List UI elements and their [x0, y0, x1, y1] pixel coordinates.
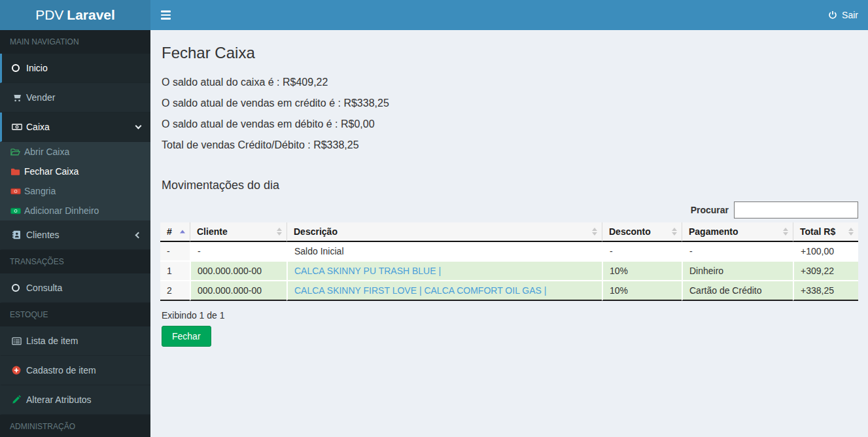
cell-cliente: - [190, 242, 286, 262]
top-bar: PDV Laravel Sair [0, 0, 868, 30]
cell-num: 2 [160, 281, 190, 301]
page-title: Fechar Caixa [162, 44, 858, 62]
cell-pagamento: Dinheiro [682, 262, 793, 281]
sidebar-toggle-button[interactable] [150, 0, 181, 30]
search-input[interactable] [734, 201, 858, 218]
column-header-pagamento[interactable]: Pagamento [682, 222, 793, 242]
chevron-left-icon [135, 232, 142, 238]
sidebar-section-administracao: ADMINISTRAÇÃO [0, 415, 150, 437]
cell-pagamento: Cartão de Crédito [682, 281, 793, 301]
product-link[interactable]: CALCA SKINNY PU TRASH BLUE | [294, 266, 441, 276]
sort-icon [277, 228, 282, 236]
movements-title: Movimentações do dia [162, 179, 858, 192]
sidebar-section-transacoes: TRANSAÇÕES [0, 250, 150, 273]
table-row: 2 000.000.000-00 CALCA SKINNY FIRST LOVE… [160, 281, 858, 301]
table-header-row: # Cliente Descrição Desconto [160, 222, 858, 242]
sort-icon [783, 228, 788, 236]
folder-open-icon [10, 148, 24, 156]
cell-num: - [160, 242, 190, 262]
money-in-icon [10, 207, 24, 215]
brand-pre: PDV [35, 7, 63, 23]
shopping-cart-icon [12, 93, 26, 102]
navbar: Sair [150, 0, 868, 30]
cell-total: +309,22 [793, 262, 858, 281]
sidebar: MAIN NAVIGATION Inicio Vender [0, 30, 150, 437]
column-header-desconto[interactable]: Desconto [602, 222, 682, 242]
movements-table: # Cliente Descrição Desconto [160, 222, 858, 301]
cell-desconto: 10% [602, 262, 682, 281]
cell-num: 1 [160, 262, 190, 281]
sidebar-item-adicionar-dinheiro[interactable]: Adicionar Dinheiro [0, 201, 150, 220]
table-info: Exibindo 1 de 1 [162, 310, 858, 321]
table-row: 1 000.000.000-00 CALCA SKINNY PU TRASH B… [160, 262, 858, 281]
saldo-debito-text: O saldo atual de vendas em débito é : R$… [162, 118, 858, 130]
sort-asc-icon [180, 230, 185, 234]
money-icon [12, 123, 26, 131]
power-icon [828, 10, 837, 20]
sidebar-item-abrir-caixa[interactable]: Abrir Caixa [0, 142, 150, 162]
cell-descricao: CALCA SKINNY PU TRASH BLUE | [286, 262, 602, 281]
main-content: Fechar Caixa O saldo atual do caixa é : … [150, 30, 868, 437]
sidebar-item-vender[interactable]: Vender [0, 83, 150, 113]
sidebar-item-caixa[interactable]: Caixa [0, 113, 150, 142]
fechar-caixa-button[interactable]: Fechar [162, 326, 211, 347]
folder-icon [10, 167, 24, 176]
table-search: Procurar [160, 201, 858, 218]
cell-desconto: 10% [602, 281, 682, 301]
sidebar-item-consulta[interactable]: Consulta [0, 273, 150, 303]
sidebar-item-inicio[interactable]: Inicio [0, 54, 150, 83]
cell-cliente: 000.000.000-00 [190, 281, 286, 301]
circle-icon [12, 284, 26, 292]
sort-icon [848, 228, 854, 236]
sidebar-item-fechar-caixa[interactable]: Fechar Caixa [0, 162, 150, 181]
sidebar-item-clientes[interactable]: Clientes [0, 220, 150, 250]
caixa-submenu: Abrir Caixa Fechar Caixa Sangria [0, 142, 150, 220]
sidebar-item-lista-de-item[interactable]: Lista de item [0, 326, 150, 356]
product-link[interactable]: CALCA SKINNY FIRST LOVE | CALCA COMFORT … [294, 285, 546, 296]
column-header-num[interactable]: # [160, 222, 190, 242]
column-header-descricao[interactable]: Descrição [286, 222, 602, 242]
sort-icon [672, 228, 677, 236]
sidebar-section-main: MAIN NAVIGATION [0, 30, 150, 54]
plus-circle-icon [12, 366, 26, 375]
total-vendas-text: Total de vendas Crédito/Débito : R$338,2… [162, 139, 858, 151]
cell-desconto: - [602, 242, 682, 262]
saldo-caixa-text: O saldo atual do caixa é : R$409,22 [162, 77, 858, 88]
column-header-total[interactable]: Total R$ [793, 222, 858, 242]
sort-icon [592, 228, 597, 236]
circle-icon [12, 64, 26, 72]
chevron-down-icon [135, 123, 142, 130]
search-label: Procurar [691, 205, 729, 215]
pencil-icon [12, 395, 26, 404]
app-logo[interactable]: PDV Laravel [0, 0, 150, 30]
cell-total: +338,25 [793, 281, 858, 301]
column-header-cliente[interactable]: Cliente [190, 222, 286, 242]
cell-pagamento: - [682, 242, 793, 262]
logout-button[interactable]: Sair [818, 0, 868, 30]
cell-total: +100,00 [793, 242, 858, 262]
brand-bold: Laravel [67, 7, 115, 23]
cell-descricao: CALCA SKINNY FIRST LOVE | CALCA COMFORT … [286, 281, 602, 301]
list-icon [12, 337, 26, 345]
sidebar-item-alterar-atributos[interactable]: Alterar Atributos [0, 385, 150, 415]
saldo-credito-text: O saldo atual de vendas em crédito é : R… [162, 97, 858, 109]
hamburger-icon [161, 10, 171, 12]
sidebar-section-estoque: ESTOQUE [0, 303, 150, 326]
logout-label: Sair [842, 10, 858, 20]
cell-descricao: Saldo Inicial [286, 242, 602, 262]
sidebar-item-sangria[interactable]: Sangria [0, 181, 150, 201]
money-out-icon [10, 188, 24, 195]
address-book-icon [12, 230, 26, 239]
sidebar-item-cadastro-de-item[interactable]: Cadastro de item [0, 356, 150, 385]
table-row: - - Saldo Inicial - - +100,00 [160, 242, 858, 262]
cell-cliente: 000.000.000-00 [190, 262, 286, 281]
